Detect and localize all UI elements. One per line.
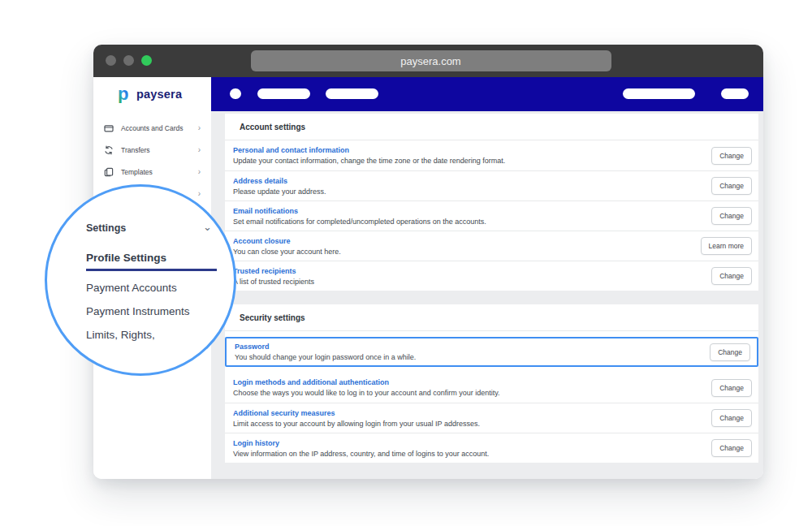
- paysera-logo[interactable]: p paysera: [93, 77, 211, 111]
- menu-item-payment-instruments[interactable]: Payment Instruments: [86, 305, 190, 317]
- chevron-right-icon: ›: [198, 146, 201, 154]
- change-button[interactable]: Change: [710, 343, 750, 361]
- setting-link[interactable]: Account closure: [233, 237, 693, 245]
- paysera-logo-icon: p: [117, 85, 132, 103]
- chevron-right-icon: ›: [198, 124, 201, 132]
- paysera-wordmark: paysera: [136, 88, 182, 101]
- setting-row-email-notifications: Email notifications Set email notificati…: [225, 200, 758, 231]
- sidebar-item-templates[interactable]: Templates ›: [93, 161, 211, 183]
- change-button[interactable]: Change: [711, 439, 752, 457]
- setting-desc: Set email notifications for completed/un…: [233, 218, 703, 226]
- security-settings-card: Security settings Password You should ch…: [225, 304, 758, 463]
- nav-pill[interactable]: [230, 88, 241, 99]
- url-text: paysera.com: [400, 55, 460, 67]
- setting-desc: Please update your address.: [233, 188, 703, 196]
- setting-link[interactable]: Login history: [233, 439, 703, 447]
- learn-more-button[interactable]: Learn more: [701, 237, 752, 255]
- highlighted-password-row: Password You should change your login pa…: [225, 337, 758, 367]
- setting-link[interactable]: Additional security measures: [233, 409, 703, 417]
- account-settings-card: Account settings Personal and contact in…: [225, 114, 758, 291]
- menu-item-profile-settings[interactable]: Profile Settings: [86, 252, 166, 264]
- setting-link[interactable]: Password: [235, 343, 702, 351]
- sidebar-item-accounts-and-cards[interactable]: Accounts and Cards ›: [93, 117, 211, 139]
- setting-link[interactable]: Email notifications: [233, 207, 703, 215]
- chevron-down-icon[interactable]: ⌄: [203, 221, 212, 233]
- setting-desc: Update your contact information, change …: [233, 157, 703, 165]
- setting-link[interactable]: Personal and contact information: [233, 146, 703, 154]
- browser-titlebar: paysera.com: [93, 45, 763, 77]
- chevron-right-icon: ›: [198, 168, 201, 176]
- change-button[interactable]: Change: [711, 267, 752, 285]
- nav-pill[interactable]: [721, 88, 749, 99]
- setting-link[interactable]: Trusted recipients: [233, 267, 703, 275]
- main-area: Account settings Personal and contact in…: [211, 77, 763, 479]
- card-icon: [104, 123, 114, 133]
- svg-text:p: p: [118, 85, 128, 103]
- change-button[interactable]: Change: [711, 379, 752, 397]
- nav-pill[interactable]: [326, 88, 378, 99]
- settings-content: Account settings Personal and contact in…: [211, 111, 763, 479]
- window-control-icon[interactable]: [106, 55, 116, 66]
- setting-row-additional-security: Additional security measures Limit acces…: [225, 403, 758, 433]
- section-divider: [225, 291, 758, 304]
- window-control-green-icon[interactable]: [141, 55, 152, 66]
- setting-desc: You should change your login password on…: [235, 353, 702, 361]
- section-title: Account settings: [225, 114, 758, 140]
- setting-desc: You can close your account here.: [233, 248, 693, 256]
- setting-row-password: Password You should change your login pa…: [227, 338, 757, 365]
- setting-desc: View information on the IP address, coun…: [233, 450, 703, 458]
- setting-row-address-details: Address details Please update your addre…: [225, 170, 758, 200]
- templates-icon: [104, 167, 114, 177]
- transfer-icon: [104, 145, 114, 155]
- menu-item-limits-rights[interactable]: Limits, Rights,: [86, 329, 155, 341]
- mockup-stage: paysera.com p: [0, 0, 812, 526]
- sidebar-item-transfers[interactable]: Transfers ›: [93, 139, 211, 161]
- window-control-icon[interactable]: [123, 55, 134, 66]
- setting-row-account-closure: Account closure You can close your accou…: [225, 231, 758, 261]
- nav-pill[interactable]: [623, 88, 695, 99]
- setting-row-login-methods: Login methods and additional authenticat…: [225, 373, 758, 403]
- setting-desc: Choose the ways you would like to log in…: [233, 389, 703, 397]
- settings-menu-header[interactable]: Settings: [86, 222, 126, 234]
- top-navbar: [211, 77, 763, 111]
- setting-desc: A list of trusted recipients: [233, 278, 703, 286]
- section-title: Security settings: [225, 304, 758, 331]
- magnifier-circle: Settings ⌄ Profile Settings Payment Acco…: [45, 184, 236, 376]
- change-button[interactable]: Change: [711, 207, 752, 225]
- setting-link[interactable]: Address details: [233, 177, 703, 185]
- setting-row-personal-info: Personal and contact information Update …: [225, 140, 758, 170]
- setting-row-trusted-recipients: Trusted recipients A list of trusted rec…: [225, 261, 758, 291]
- setting-desc: Limit access to your account by allowing…: [233, 420, 703, 428]
- chevron-right-icon: ›: [198, 190, 201, 198]
- setting-link[interactable]: Login methods and additional authenticat…: [233, 378, 703, 386]
- setting-row-login-history: Login history View information on the IP…: [225, 433, 758, 463]
- change-button[interactable]: Change: [711, 177, 752, 195]
- window-controls: [106, 55, 152, 66]
- active-item-underline: [86, 269, 217, 271]
- change-button[interactable]: Change: [711, 147, 752, 165]
- nav-pill[interactable]: [257, 88, 310, 99]
- change-button[interactable]: Change: [711, 409, 752, 427]
- address-bar[interactable]: paysera.com: [251, 50, 611, 71]
- menu-item-payment-accounts[interactable]: Payment Accounts: [86, 282, 177, 294]
